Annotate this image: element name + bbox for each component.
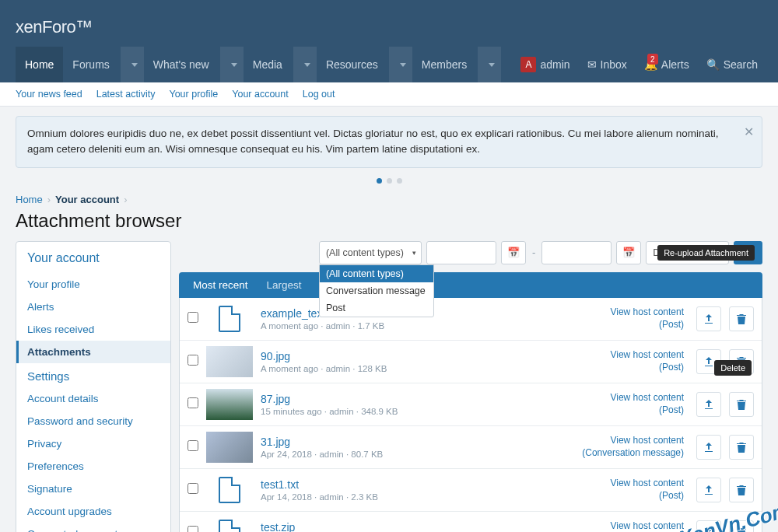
tooltip-reupload: Re-upload Attachment (657, 245, 755, 261)
content-type-dropdown: (All content types) Conversation message… (319, 264, 434, 317)
logo[interactable]: xenForo™ (16, 17, 93, 37)
sort-tabs: Most recent Largest (179, 272, 762, 298)
host-context: (Conversation message) (582, 447, 684, 458)
file-icon (219, 520, 240, 533)
sidebar-heading: Your account (16, 248, 170, 273)
view-host-link[interactable]: View host content (610, 478, 684, 488)
view-host-link[interactable]: View host content (610, 435, 684, 446)
file-name[interactable]: 90.jpg (261, 350, 290, 362)
file-icon (219, 477, 240, 503)
delete-row-button[interactable] (729, 478, 754, 502)
option-conversation[interactable]: Conversation message (320, 282, 433, 299)
attachment-row: test1.txtApr 14, 2018 · admin · 2.3 KBVi… (180, 469, 762, 512)
sidebar-profile[interactable]: Your profile (16, 273, 170, 296)
search-icon: 🔍 (706, 58, 720, 71)
delete-row-button[interactable] (729, 306, 754, 331)
content-type-select[interactable]: (All content types)▾ (319, 241, 422, 264)
view-host-link[interactable]: View host content (610, 392, 684, 403)
reupload-button[interactable] (696, 392, 721, 417)
subnav-newsfeed[interactable]: Your news feed (16, 89, 82, 100)
file-meta: Apr 24, 2018 · admin · 80.7 KB (261, 450, 574, 459)
file-name[interactable]: 87.jpg (261, 393, 290, 405)
main-nav: Home Forums What's new Media Resources M… (0, 47, 778, 82)
envelope-icon: ✉ (587, 58, 597, 71)
file-name[interactable]: test1.txt (261, 478, 299, 491)
sidebar-privacy[interactable]: Privacy (16, 432, 170, 455)
reupload-button[interactable] (696, 435, 721, 460)
sidebar-attachments[interactable]: Attachments (16, 341, 170, 363)
date-to-input[interactable] (541, 241, 612, 264)
file-meta: A moment ago · admin · 128 KB (261, 364, 602, 373)
row-checkbox[interactable] (187, 312, 198, 323)
avatar: A (520, 57, 536, 72)
view-host-link[interactable]: View host content (610, 306, 684, 317)
nav-forums[interactable]: Forums (63, 47, 118, 82)
view-host-link[interactable]: View host content (610, 349, 684, 360)
row-checkbox[interactable] (187, 526, 198, 532)
subnav-account[interactable]: Your account (232, 89, 289, 100)
nav-forums-dd[interactable] (121, 47, 144, 82)
row-checkbox[interactable] (187, 483, 198, 494)
crumb-account[interactable]: Your account (55, 194, 119, 205)
crumb-home[interactable]: Home (16, 194, 43, 205)
row-checkbox[interactable] (187, 355, 198, 366)
sidebar-upgrades[interactable]: Account upgrades (16, 500, 170, 523)
image-thumb[interactable] (206, 389, 253, 420)
nav-members-dd[interactable] (478, 47, 501, 82)
delete-row-button[interactable] (729, 435, 754, 460)
nav-media-dd[interactable] (293, 47, 317, 82)
nav-resources-dd[interactable] (389, 47, 412, 82)
main-content: (All content types)▾ (All content types)… (179, 241, 762, 533)
attachment-row: example_text.txtA moment ago · admin · 1… (180, 298, 762, 341)
sidebar-signature[interactable]: Signature (16, 478, 170, 500)
tooltip-delete: Delete (714, 360, 752, 376)
alerts-badge: 2 (647, 54, 658, 65)
nav-whatsnew[interactable]: What's new (144, 47, 219, 82)
sidebar-prefs[interactable]: Preferences (16, 455, 170, 478)
header: xenForo™ (0, 0, 778, 47)
attachment-row: 90.jpgA moment ago · admin · 128 KBView … (180, 341, 762, 383)
file-meta: 15 minutes ago · admin · 348.9 KB (261, 407, 602, 416)
notice-close-icon[interactable]: ✕ (744, 123, 754, 142)
file-name[interactable]: 31.jpg (261, 436, 290, 448)
user-menu[interactable]: Aadmin (516, 57, 574, 72)
subnav-profile[interactable]: Your profile (169, 89, 218, 100)
option-all[interactable]: (All content types) (320, 265, 433, 282)
row-checkbox[interactable] (187, 440, 198, 451)
alerts-link[interactable]: 🔔2Alerts (640, 58, 694, 71)
sidebar-connected[interactable]: Connected accounts (16, 523, 170, 533)
nav-home[interactable]: Home (16, 47, 63, 82)
sidebar-account-details[interactable]: Account details (16, 387, 170, 410)
view-host-link[interactable]: View host content (610, 520, 684, 531)
reupload-button[interactable] (696, 478, 721, 502)
search-link[interactable]: 🔍Search (702, 58, 762, 71)
nav-whatsnew-dd[interactable] (220, 47, 244, 82)
date-from-input[interactable] (426, 241, 496, 264)
file-meta: Apr 14, 2018 · admin · 2.3 KB (261, 492, 602, 502)
subnav-logout[interactable]: Log out (303, 89, 335, 100)
reupload-button[interactable] (696, 306, 721, 331)
host-context: (Post) (659, 362, 684, 373)
attachment-row: 31.jpgApr 24, 2018 · admin · 80.7 KBView… (180, 426, 762, 469)
row-checkbox[interactable] (187, 397, 198, 408)
file-icon (219, 306, 240, 332)
inbox-link[interactable]: ✉Inbox (583, 58, 632, 71)
date-to-calendar-icon[interactable]: 📅 (616, 241, 641, 264)
tab-recent[interactable]: Most recent (184, 272, 258, 298)
sidebar-password[interactable]: Password and security (16, 410, 170, 432)
option-post[interactable]: Post (320, 299, 433, 317)
notice-box: Omnium dolores euripidis duo ne, ex debe… (16, 116, 762, 168)
tab-largest[interactable]: Largest (258, 272, 311, 298)
file-name[interactable]: test.zip (261, 521, 295, 533)
nav-members[interactable]: Members (412, 47, 476, 82)
nav-resources[interactable]: Resources (317, 47, 387, 82)
sidebar-likes[interactable]: Likes received (16, 318, 170, 341)
attachment-list: example_text.txtA moment ago · admin · 1… (179, 298, 762, 533)
nav-media[interactable]: Media (244, 47, 292, 82)
date-from-calendar-icon[interactable]: 📅 (501, 241, 526, 264)
sidebar-alerts[interactable]: Alerts (16, 296, 170, 318)
image-thumb[interactable] (206, 432, 253, 463)
subnav-activity[interactable]: Latest activity (96, 89, 156, 100)
delete-row-button[interactable] (729, 392, 754, 417)
image-thumb[interactable] (206, 346, 253, 377)
